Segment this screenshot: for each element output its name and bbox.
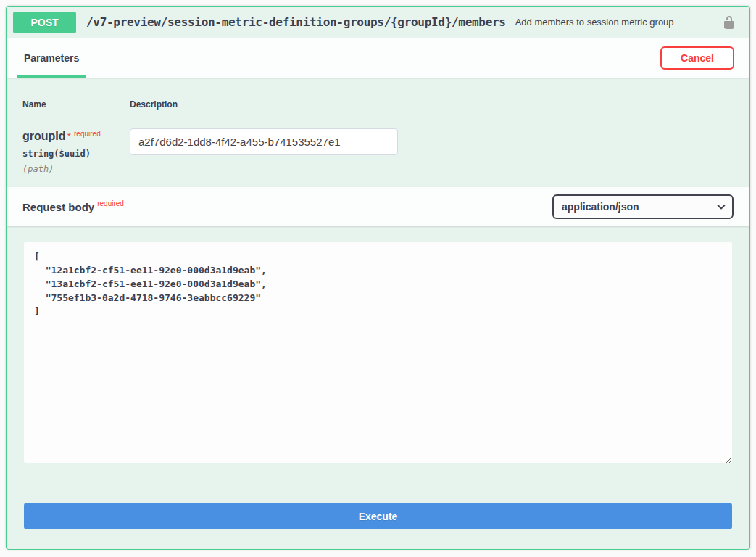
authorize-lock-button[interactable]: [719, 14, 739, 31]
http-method-badge: POST: [13, 12, 76, 33]
endpoint-summary-text: Add members to session metric group: [515, 17, 674, 28]
parameter-meta: groupId*required string($uuid) (path): [22, 128, 130, 174]
parameter-location: (path): [22, 164, 130, 174]
parameter-description-cell: [130, 128, 398, 174]
operation-block-post: POST /v7-preview/session-metric-definiti…: [6, 6, 750, 550]
request-body-section: [ "12a1cbf2-cf51-ee11-92e0-000d3a1d9eab"…: [7, 226, 749, 537]
column-header-description: Description: [130, 99, 178, 110]
operation-summary-bar[interactable]: POST /v7-preview/session-metric-definiti…: [7, 7, 749, 38]
request-body-editor[interactable]: [ "12a1cbf2-cf51-ee11-92e0-000d3a1d9eab"…: [24, 242, 732, 463]
required-star: *: [67, 131, 71, 142]
request-body-title: Request body: [22, 201, 94, 213]
request-body-required-label: required: [97, 199, 124, 207]
unlocked-icon: [722, 21, 736, 32]
cancel-button[interactable]: Cancel: [660, 46, 734, 70]
execute-button[interactable]: Execute: [24, 503, 732, 529]
parameters-table-header: Name Description: [22, 82, 732, 117]
groupid-value-input[interactable]: [130, 128, 398, 155]
tab-parameters[interactable]: Parameters: [17, 38, 86, 78]
column-header-name: Name: [22, 99, 130, 110]
parameter-type: string($uuid): [22, 149, 130, 159]
parameter-row-groupid: groupId*required string($uuid) (path): [22, 117, 732, 174]
endpoint-path[interactable]: /v7-preview/session-metric-definition-gr…: [86, 15, 506, 29]
tab-parameters-label: Parameters: [24, 52, 79, 64]
request-body-header: Request bodyrequired application/json: [7, 187, 749, 226]
tab-header: Parameters Cancel: [7, 38, 749, 78]
parameter-name: groupId: [22, 130, 66, 142]
parameters-section: Name Description groupId*required string…: [7, 78, 749, 187]
required-label: required: [74, 130, 101, 138]
content-type-select-wrapper[interactable]: application/json: [552, 194, 734, 219]
content-type-select[interactable]: application/json: [552, 194, 734, 219]
